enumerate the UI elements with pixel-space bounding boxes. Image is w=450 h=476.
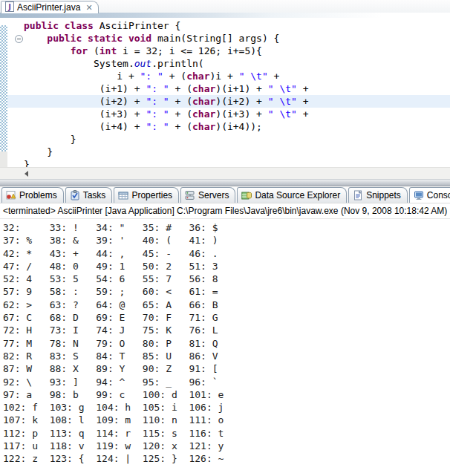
tab-console[interactable]: Console✕ bbox=[409, 187, 450, 203]
tasks-icon bbox=[70, 190, 80, 200]
java-file-icon: J bbox=[5, 1, 14, 14]
code-line[interactable]: (i+3) + ": " + (char)(i+3) + " \t" + bbox=[24, 108, 450, 120]
editor-tab[interactable]: J AsciiPrinter.java ✕ bbox=[1, 1, 99, 13]
tab-properties[interactable]: Properties bbox=[114, 187, 179, 203]
tab-tasks[interactable]: Tasks bbox=[65, 187, 113, 203]
marker-bar-hatch-pattern bbox=[0, 25, 7, 151]
servers-icon bbox=[185, 190, 195, 200]
editor-tab-label: AsciiPrinter.java bbox=[17, 2, 80, 13]
tab-label: Properties bbox=[131, 190, 172, 200]
code-line[interactable]: } bbox=[24, 146, 450, 158]
code-editor-text[interactable]: public class AsciiPrinter { public stati… bbox=[24, 19, 450, 167]
code-line[interactable]: i + ": " + (char)i + " \t" + bbox=[24, 70, 450, 82]
code-line[interactable]: (i+1) + ": " + (char)(i+1) + " \t" + bbox=[24, 82, 450, 95]
tab-label: Tasks bbox=[83, 190, 106, 200]
code-editor-area[interactable]: public class AsciiPrinter { public stati… bbox=[0, 18, 450, 167]
properties-icon bbox=[118, 190, 128, 200]
scroll-left-arrow-icon[interactable] bbox=[25, 171, 28, 177]
pane-divider-sash[interactable] bbox=[0, 179, 450, 186]
problems-icon bbox=[6, 190, 16, 200]
code-line[interactable]: for (int i = 32; i <= 126; i+=5){ bbox=[24, 45, 450, 57]
eclipse-window: J AsciiPrinter.java ✕ public class Ascii… bbox=[0, 0, 450, 476]
code-line[interactable]: public static void main(String[] args) { bbox=[24, 32, 450, 45]
editor-tabbar: J AsciiPrinter.java ✕ bbox=[0, 0, 450, 13]
tab-snippets[interactable]: Snippets bbox=[348, 187, 408, 203]
snippets-icon bbox=[353, 190, 363, 200]
console-output[interactable]: 32: 33: ! 34: " 35: # 36: $ 37: % 38: & … bbox=[0, 219, 450, 476]
editor-horizontal-scrollbar[interactable] bbox=[0, 167, 450, 179]
tab-label: Servers bbox=[198, 190, 229, 200]
editor-marker-bar bbox=[0, 18, 7, 167]
code-line[interactable]: } bbox=[24, 158, 450, 167]
tab-label: Problems bbox=[19, 190, 57, 200]
tab-label: Console bbox=[427, 190, 450, 200]
code-line[interactable]: public class AsciiPrinter { bbox=[24, 19, 450, 32]
tab-data-source-explorer[interactable]: Data Source Explorer bbox=[237, 187, 347, 203]
console-icon bbox=[414, 190, 424, 200]
fold-collapse-icon[interactable] bbox=[15, 35, 23, 43]
tab-label: Snippets bbox=[366, 190, 401, 200]
editor-tab-close-icon[interactable]: ✕ bbox=[85, 4, 92, 12]
console-status-line: <terminated> AsciiPrinter [Java Applicat… bbox=[0, 203, 450, 219]
tab-label: Data Source Explorer bbox=[255, 190, 340, 200]
code-line[interactable]: (i+4) + ": " + (char)(i+4)); bbox=[24, 120, 450, 133]
data-source-explorer-icon bbox=[241, 190, 252, 200]
tab-problems[interactable]: Problems bbox=[1, 187, 64, 203]
tab-servers[interactable]: Servers bbox=[180, 187, 235, 203]
editor-header-gradient bbox=[0, 13, 450, 18]
code-line[interactable]: System.out.println( bbox=[24, 57, 450, 70]
code-line[interactable]: } bbox=[24, 133, 450, 146]
svg-text:J: J bbox=[7, 3, 11, 11]
bottom-view-tabbar: ProblemsTasksPropertiesServersData Sourc… bbox=[0, 186, 450, 203]
code-line[interactable]: (i+2) + ": " + (char)(i+2) + " \t" + bbox=[24, 95, 450, 108]
